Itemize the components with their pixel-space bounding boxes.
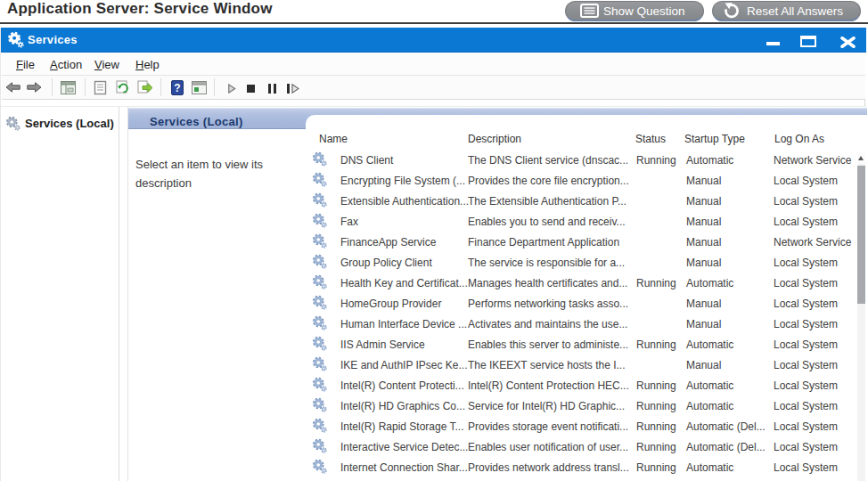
svg-text:?: ? [174, 82, 180, 94]
